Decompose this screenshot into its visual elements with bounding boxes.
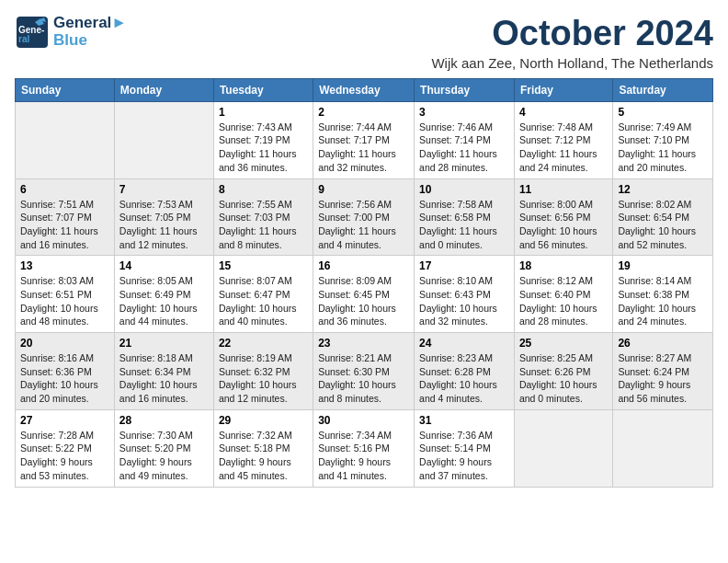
- table-row: 6Sunrise: 7:51 AM Sunset: 7:07 PM Daylig…: [16, 178, 115, 256]
- day-info: Sunrise: 7:48 AM Sunset: 7:12 PM Dayligh…: [519, 121, 608, 175]
- day-info: Sunrise: 7:43 AM Sunset: 7:19 PM Dayligh…: [219, 121, 308, 175]
- day-info: Sunrise: 8:23 AM Sunset: 6:28 PM Dayligh…: [419, 351, 509, 406]
- day-info: Sunrise: 7:28 AM Sunset: 5:22 PM Dayligh…: [20, 429, 109, 483]
- table-row: 4Sunrise: 7:48 AM Sunset: 7:12 PM Daylig…: [514, 101, 612, 178]
- calendar-table: Sunday Monday Tuesday Wednesday Thursday…: [15, 78, 713, 488]
- table-row: 5Sunrise: 7:49 AM Sunset: 7:10 PM Daylig…: [613, 101, 713, 178]
- table-row: 25Sunrise: 8:25 AM Sunset: 6:26 PM Dayli…: [514, 333, 612, 410]
- table-row: [613, 409, 713, 487]
- table-row: 2Sunrise: 7:44 AM Sunset: 7:17 PM Daylig…: [313, 101, 415, 178]
- day-info: Sunrise: 7:32 AM Sunset: 5:18 PM Dayligh…: [219, 429, 308, 483]
- day-number: 3: [419, 106, 509, 119]
- col-tuesday: Tuesday: [213, 78, 313, 101]
- day-number: 27: [20, 414, 109, 427]
- table-row: 17Sunrise: 8:10 AM Sunset: 6:43 PM Dayli…: [415, 256, 515, 333]
- table-row: [114, 101, 213, 178]
- day-number: 30: [318, 414, 409, 427]
- table-row: 3Sunrise: 7:46 AM Sunset: 7:14 PM Daylig…: [415, 101, 515, 178]
- table-row: [514, 409, 612, 487]
- table-row: 28Sunrise: 7:30 AM Sunset: 5:20 PM Dayli…: [114, 409, 213, 487]
- day-number: 8: [219, 183, 308, 196]
- day-info: Sunrise: 7:58 AM Sunset: 6:58 PM Dayligh…: [419, 198, 509, 252]
- day-info: Sunrise: 7:55 AM Sunset: 7:03 PM Dayligh…: [219, 198, 308, 252]
- page-header: Gene- ral General► Blue October 2024 Wij…: [15, 15, 713, 71]
- calendar-header-row: Sunday Monday Tuesday Wednesday Thursday…: [16, 78, 713, 101]
- col-friday: Friday: [514, 78, 612, 101]
- table-row: 27Sunrise: 7:28 AM Sunset: 5:22 PM Dayli…: [16, 409, 115, 487]
- day-info: Sunrise: 8:12 AM Sunset: 6:40 PM Dayligh…: [519, 274, 608, 328]
- day-info: Sunrise: 8:16 AM Sunset: 6:36 PM Dayligh…: [20, 351, 109, 406]
- location: Wijk aan Zee, North Holland, The Netherl…: [431, 55, 713, 71]
- table-row: 31Sunrise: 7:36 AM Sunset: 5:14 PM Dayli…: [415, 409, 515, 487]
- table-row: 22Sunrise: 8:19 AM Sunset: 6:32 PM Dayli…: [213, 333, 313, 410]
- table-row: 30Sunrise: 7:34 AM Sunset: 5:16 PM Dayli…: [313, 409, 415, 487]
- table-row: 18Sunrise: 8:12 AM Sunset: 6:40 PM Dayli…: [514, 256, 612, 333]
- calendar-week-row: 1Sunrise: 7:43 AM Sunset: 7:19 PM Daylig…: [16, 101, 713, 178]
- day-number: 14: [119, 259, 209, 272]
- day-number: 25: [519, 337, 608, 350]
- table-row: 14Sunrise: 8:05 AM Sunset: 6:49 PM Dayli…: [114, 256, 213, 333]
- day-number: 17: [419, 259, 509, 272]
- day-info: Sunrise: 8:00 AM Sunset: 6:56 PM Dayligh…: [519, 198, 608, 252]
- day-info: Sunrise: 7:53 AM Sunset: 7:05 PM Dayligh…: [119, 198, 209, 252]
- table-row: 15Sunrise: 8:07 AM Sunset: 6:47 PM Dayli…: [213, 256, 313, 333]
- day-number: 2: [318, 106, 409, 119]
- month-title: October 2024: [431, 15, 713, 53]
- logo-name-general: General►: [53, 15, 127, 32]
- day-number: 13: [20, 259, 109, 272]
- col-monday: Monday: [114, 78, 213, 101]
- day-info: Sunrise: 8:19 AM Sunset: 6:32 PM Dayligh…: [219, 351, 308, 406]
- day-number: 9: [318, 183, 409, 196]
- day-info: Sunrise: 7:56 AM Sunset: 7:00 PM Dayligh…: [318, 198, 409, 252]
- day-info: Sunrise: 7:30 AM Sunset: 5:20 PM Dayligh…: [119, 429, 209, 483]
- table-row: 23Sunrise: 8:21 AM Sunset: 6:30 PM Dayli…: [313, 333, 415, 410]
- table-row: 12Sunrise: 8:02 AM Sunset: 6:54 PM Dayli…: [613, 178, 713, 256]
- day-info: Sunrise: 8:27 AM Sunset: 6:24 PM Dayligh…: [618, 351, 708, 406]
- logo: Gene- ral General► Blue: [15, 15, 127, 50]
- day-info: Sunrise: 7:51 AM Sunset: 7:07 PM Dayligh…: [20, 198, 109, 252]
- day-info: Sunrise: 7:46 AM Sunset: 7:14 PM Dayligh…: [419, 121, 509, 175]
- table-row: 1Sunrise: 7:43 AM Sunset: 7:19 PM Daylig…: [213, 101, 313, 178]
- day-number: 29: [219, 414, 308, 427]
- table-row: 13Sunrise: 8:03 AM Sunset: 6:51 PM Dayli…: [16, 256, 115, 333]
- table-row: 26Sunrise: 8:27 AM Sunset: 6:24 PM Dayli…: [613, 333, 713, 410]
- table-row: 10Sunrise: 7:58 AM Sunset: 6:58 PM Dayli…: [415, 178, 515, 256]
- day-info: Sunrise: 8:25 AM Sunset: 6:26 PM Dayligh…: [519, 351, 608, 406]
- table-row: 24Sunrise: 8:23 AM Sunset: 6:28 PM Dayli…: [415, 333, 515, 410]
- day-info: Sunrise: 7:34 AM Sunset: 5:16 PM Dayligh…: [318, 429, 409, 483]
- col-thursday: Thursday: [415, 78, 515, 101]
- col-sunday: Sunday: [16, 78, 115, 101]
- col-wednesday: Wednesday: [313, 78, 415, 101]
- day-number: 4: [519, 106, 608, 119]
- table-row: 19Sunrise: 8:14 AM Sunset: 6:38 PM Dayli…: [613, 256, 713, 333]
- day-number: 11: [519, 183, 608, 196]
- logo-icon: Gene- ral: [15, 15, 50, 50]
- calendar-week-row: 6Sunrise: 7:51 AM Sunset: 7:07 PM Daylig…: [16, 178, 713, 256]
- day-number: 12: [618, 183, 708, 196]
- day-info: Sunrise: 8:02 AM Sunset: 6:54 PM Dayligh…: [618, 198, 708, 252]
- table-row: [16, 101, 115, 178]
- day-number: 22: [219, 337, 308, 350]
- day-number: 7: [119, 183, 209, 196]
- table-row: 9Sunrise: 7:56 AM Sunset: 7:00 PM Daylig…: [313, 178, 415, 256]
- day-number: 18: [519, 259, 608, 272]
- day-number: 21: [119, 337, 209, 350]
- day-number: 15: [219, 259, 308, 272]
- day-info: Sunrise: 7:49 AM Sunset: 7:10 PM Dayligh…: [618, 121, 708, 175]
- day-info: Sunrise: 8:03 AM Sunset: 6:51 PM Dayligh…: [20, 274, 109, 328]
- day-number: 24: [419, 337, 509, 350]
- day-info: Sunrise: 8:21 AM Sunset: 6:30 PM Dayligh…: [318, 351, 409, 406]
- day-info: Sunrise: 8:07 AM Sunset: 6:47 PM Dayligh…: [219, 274, 308, 328]
- day-number: 20: [20, 337, 109, 350]
- calendar-week-row: 13Sunrise: 8:03 AM Sunset: 6:51 PM Dayli…: [16, 256, 713, 333]
- table-row: 29Sunrise: 7:32 AM Sunset: 5:18 PM Dayli…: [213, 409, 313, 487]
- day-info: Sunrise: 8:18 AM Sunset: 6:34 PM Dayligh…: [119, 351, 209, 406]
- title-block: October 2024 Wijk aan Zee, North Holland…: [431, 15, 713, 71]
- day-info: Sunrise: 7:44 AM Sunset: 7:17 PM Dayligh…: [318, 121, 409, 175]
- day-info: Sunrise: 8:10 AM Sunset: 6:43 PM Dayligh…: [419, 274, 509, 328]
- day-number: 23: [318, 337, 409, 350]
- day-number: 16: [318, 259, 409, 272]
- day-number: 28: [119, 414, 209, 427]
- table-row: 7Sunrise: 7:53 AM Sunset: 7:05 PM Daylig…: [114, 178, 213, 256]
- day-info: Sunrise: 8:05 AM Sunset: 6:49 PM Dayligh…: [119, 274, 209, 328]
